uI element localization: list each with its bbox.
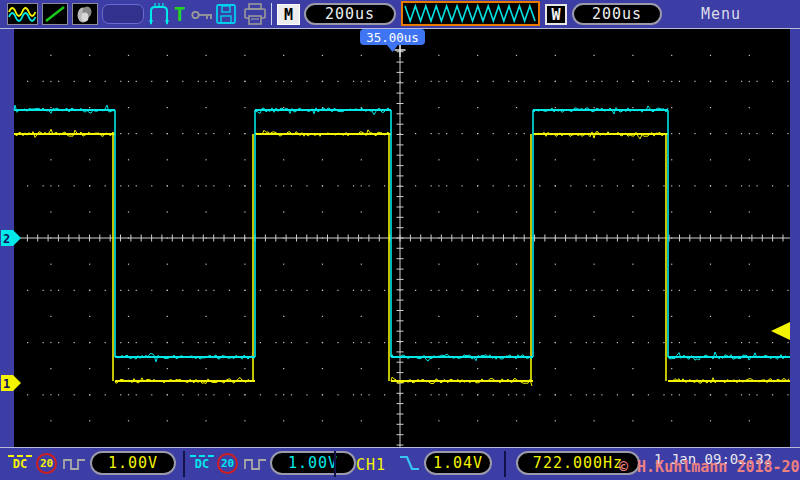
oscilloscope-ui: { "toolbar": { "main_label": "M", "main_… xyxy=(0,0,800,480)
key-icon xyxy=(191,8,214,22)
toolbar-separator xyxy=(271,3,272,25)
ch2-coupling-label: DC xyxy=(195,457,209,471)
trigger-status-letter: T xyxy=(174,2,185,26)
trigger-level-pill[interactable]: 1.04V xyxy=(424,451,492,475)
ch1-scale-value: 1.00V xyxy=(108,454,158,472)
snapshot-button[interactable] xyxy=(72,3,98,25)
menu-button[interactable]: Menu xyxy=(701,5,741,23)
statusbar-separator xyxy=(504,451,506,477)
main-timebase-pill[interactable]: 200us xyxy=(304,3,396,25)
square-wave-icon xyxy=(63,456,87,472)
ch2-probe-indicator[interactable] xyxy=(244,456,268,476)
trigger-level-value: 1.04V xyxy=(433,454,483,472)
ch1-coupling-indicator[interactable]: DC xyxy=(8,455,32,470)
ch1-coupling-label: DC xyxy=(13,457,27,471)
ch2-scale-pill[interactable]: 1.00V xyxy=(270,451,356,475)
ch2-coupling-indicator[interactable]: DC xyxy=(190,455,214,470)
dual-sine-icon xyxy=(8,4,37,24)
ch2-bandwidth-value: 20 xyxy=(221,457,234,470)
main-timebase-badge: M xyxy=(277,4,300,25)
lock-key-button[interactable] xyxy=(191,7,214,26)
top-toolbar: T M 200us W 200 xyxy=(0,0,800,29)
printer-icon xyxy=(243,3,267,25)
svg-text:2: 2 xyxy=(3,232,10,246)
statusbar-separator xyxy=(334,451,336,477)
floppy-save-icon xyxy=(215,3,237,25)
window-timebase-letter: W xyxy=(551,6,560,24)
scope-display xyxy=(14,29,790,447)
channel-waveforms-button[interactable] xyxy=(7,3,38,25)
window-timebase-value: 200us xyxy=(592,5,642,23)
ch2-bandwidth-limit[interactable]: 20 xyxy=(217,453,238,474)
ch1-bandwidth-value: 20 xyxy=(40,457,53,470)
statusbar-separator xyxy=(183,451,185,477)
trigger-slope-indicator[interactable] xyxy=(398,453,422,477)
empty-slot xyxy=(102,4,144,24)
window-timebase-badge: W xyxy=(545,4,567,25)
save-button[interactable] xyxy=(215,3,237,29)
print-button[interactable] xyxy=(243,3,267,29)
square-wave-icon xyxy=(244,456,268,472)
ch2-scale-value: 1.00V xyxy=(288,454,338,472)
ch1-scale-pill[interactable]: 1.00V xyxy=(90,451,176,475)
trigger-source-label: CH1 xyxy=(356,456,386,474)
overview-wave-icon xyxy=(403,3,538,24)
ramp-signal-button[interactable] xyxy=(42,3,68,25)
svg-text:1: 1 xyxy=(3,377,10,391)
status-bar: DC 20 1.00V DC 20 1.00V CH1 1.04V 722.0 xyxy=(0,447,800,480)
frequency-value: 722.000Hz xyxy=(533,454,623,472)
photo-thumbnail-icon xyxy=(73,4,97,24)
main-timebase-letter: M xyxy=(284,6,293,24)
pulse-trigger-button[interactable] xyxy=(147,2,171,26)
waveform-overview-button[interactable] xyxy=(401,1,540,26)
ch1-bandwidth-limit[interactable]: 20 xyxy=(36,453,57,474)
falling-edge-icon xyxy=(398,453,422,473)
window-timebase-pill[interactable]: 200us xyxy=(572,3,662,25)
pulse-width-icon xyxy=(147,2,171,26)
ramp-icon xyxy=(43,4,67,24)
main-timebase-value: 200us xyxy=(325,5,375,23)
watermark-label: © H.Kuhlmann 2018-2025 xyxy=(619,458,800,476)
ch1-probe-indicator[interactable] xyxy=(63,456,87,476)
